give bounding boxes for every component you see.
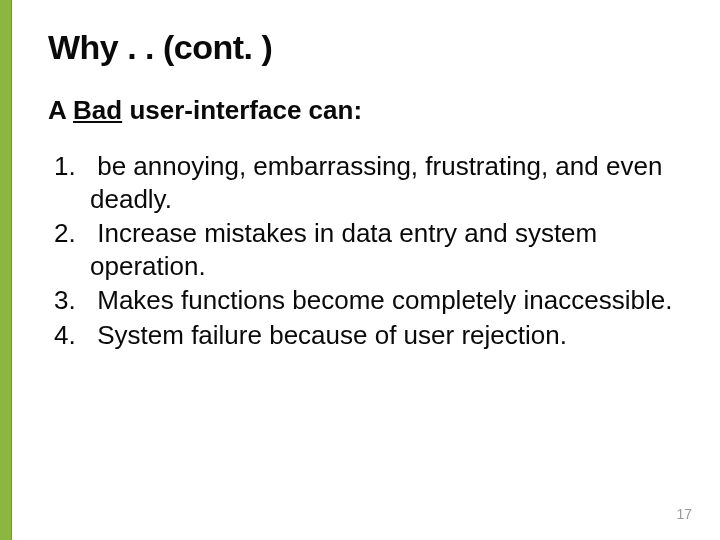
list-item-text: System failure because of user rejection… [90, 320, 567, 350]
list-item: System failure because of user rejection… [54, 319, 680, 352]
bullet-list: be annoying, embarrassing, frustrating, … [48, 150, 680, 351]
slide-accent-bar [0, 0, 12, 540]
subtitle-prefix: A [48, 95, 73, 125]
slide-subtitle: A Bad user-interface can: [48, 95, 680, 126]
slide-content: Why . . (cont. ) A Bad user-interface ca… [12, 0, 720, 540]
slide-title: Why . . (cont. ) [48, 28, 680, 67]
list-item: Makes functions become completely inacce… [54, 284, 680, 317]
list-item: Increase mistakes in data entry and syst… [54, 217, 680, 282]
page-number: 17 [676, 506, 692, 522]
list-item: be annoying, embarrassing, frustrating, … [54, 150, 680, 215]
list-item-text: Makes functions become completely inacce… [90, 285, 672, 315]
subtitle-suffix: user-interface can: [122, 95, 362, 125]
list-item-text: Increase mistakes in data entry and syst… [90, 218, 597, 281]
subtitle-underlined: Bad [73, 95, 122, 125]
list-item-text: be annoying, embarrassing, frustrating, … [90, 151, 662, 214]
